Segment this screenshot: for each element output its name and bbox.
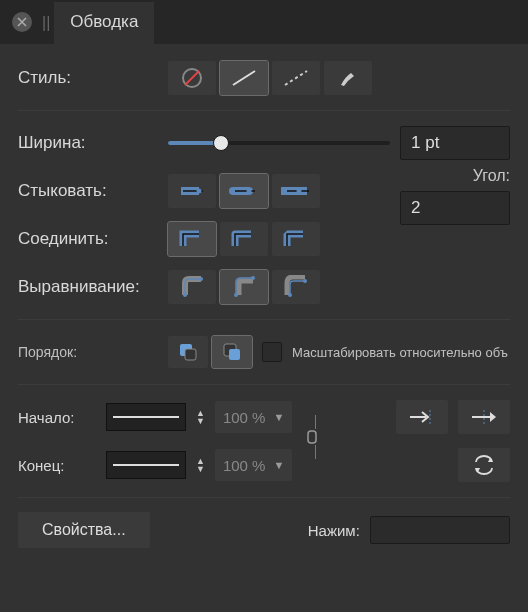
svg-point-6 — [297, 189, 302, 194]
end-label: Конец: — [18, 457, 96, 474]
start-stepper[interactable]: ▲▼ — [196, 409, 205, 425]
dropdown-icon: ▼ — [273, 459, 284, 471]
cap-label: Стыковать: — [18, 181, 158, 201]
style-brush-button[interactable] — [324, 61, 372, 95]
width-slider[interactable] — [168, 131, 390, 155]
pressure-label: Нажим: — [308, 522, 360, 539]
style-label: Стиль: — [18, 68, 158, 88]
svg-point-5 — [247, 189, 252, 194]
pressure-graph[interactable] — [370, 516, 510, 544]
start-style-combo[interactable] — [106, 403, 186, 431]
svg-point-9 — [234, 293, 238, 297]
cap-butt-button[interactable] — [168, 174, 216, 208]
end-stepper[interactable]: ▲▼ — [196, 457, 205, 473]
svg-point-8 — [199, 277, 203, 281]
properties-button-label: Свойства... — [42, 521, 126, 539]
join-bevel-button[interactable] — [272, 222, 320, 256]
dropdown-icon: ▼ — [273, 411, 284, 423]
end-scale-value: 100 % — [223, 457, 266, 474]
style-solid-button[interactable] — [220, 61, 268, 95]
svg-point-4 — [197, 189, 202, 194]
svg-point-11 — [288, 293, 292, 297]
align-outside-button[interactable] — [272, 270, 320, 304]
start-scale-combo[interactable]: 100 % ▼ — [215, 401, 292, 433]
end-scale-combo[interactable]: 100 % ▼ — [215, 449, 292, 481]
join-miter-button[interactable] — [168, 222, 216, 256]
order-front-button[interactable] — [212, 336, 252, 368]
join-label: Соединить: — [18, 229, 158, 249]
arrow-place-inside-button[interactable] — [396, 400, 448, 434]
scale-label: Масштабировать относительно объ — [292, 345, 508, 360]
tab-stroke[interactable]: Обводка — [54, 2, 154, 44]
miter-input[interactable]: 2 — [400, 191, 510, 225]
svg-rect-16 — [229, 349, 240, 360]
width-value: 1 pt — [411, 133, 439, 153]
order-behind-button[interactable] — [168, 336, 208, 368]
order-label: Порядок: — [18, 344, 158, 360]
svg-line-1 — [185, 71, 199, 85]
join-round-button[interactable] — [220, 222, 268, 256]
scale-checkbox[interactable] — [262, 342, 282, 362]
svg-point-10 — [251, 276, 255, 280]
svg-rect-14 — [185, 349, 196, 360]
width-label: Ширина: — [18, 133, 158, 153]
swap-arrows-button[interactable] — [458, 448, 510, 482]
align-inside-button[interactable] — [220, 270, 268, 304]
arrow-place-outside-button[interactable] — [458, 400, 510, 434]
svg-line-2 — [233, 71, 255, 85]
miter-label: Угол: — [473, 167, 510, 185]
svg-point-12 — [303, 279, 307, 283]
properties-button[interactable]: Свойства... — [18, 512, 150, 548]
style-none-button[interactable] — [168, 61, 216, 95]
svg-rect-17 — [308, 431, 316, 443]
tab-label: Обводка — [70, 12, 138, 32]
panel-close-button[interactable] — [12, 12, 32, 32]
align-center-button[interactable] — [168, 270, 216, 304]
end-style-combo[interactable] — [106, 451, 186, 479]
style-dashed-button[interactable] — [272, 61, 320, 95]
link-icon[interactable] — [306, 415, 318, 459]
width-input[interactable]: 1 pt — [400, 126, 510, 160]
align-label: Выравнивание: — [18, 277, 158, 297]
svg-line-3 — [285, 71, 307, 85]
start-label: Начало: — [18, 409, 96, 426]
svg-point-7 — [183, 293, 187, 297]
tab-bar: || Обводка — [0, 0, 528, 44]
start-scale-value: 100 % — [223, 409, 266, 426]
panel-drag-handle[interactable]: || — [42, 14, 50, 32]
cap-round-button[interactable] — [220, 174, 268, 208]
cap-square-button[interactable] — [272, 174, 320, 208]
miter-value: 2 — [411, 198, 420, 218]
